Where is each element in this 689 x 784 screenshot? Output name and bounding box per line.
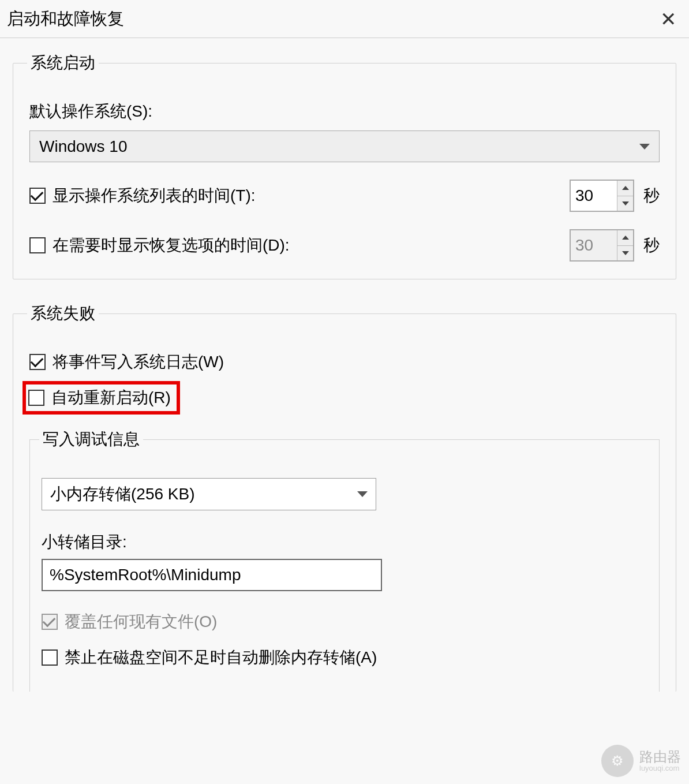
dialog-title: 启动和故障恢复 (7, 8, 124, 31)
checkbox-auto-restart[interactable] (28, 390, 44, 406)
watermark-main: 路由器 (639, 749, 681, 764)
chevron-down-icon (357, 491, 368, 497)
dialog-content: 系统启动 默认操作系统(S): Windows 10 显示操作系统列表的时间(T… (0, 38, 689, 692)
label-write-event: 将事件写入系统日志(W) (53, 351, 224, 373)
spinner-show-recovery (570, 229, 634, 262)
row-show-recovery: 在需要时显示恢复选项的时间(D): 秒 (29, 229, 660, 262)
label-overwrite: 覆盖任何现有文件(O) (65, 611, 217, 633)
select-default-os[interactable]: Windows 10 (29, 130, 660, 162)
legend-debug-info: 写入调试信息 (39, 428, 143, 450)
highlight-auto-restart: 自动重新启动(R) (23, 381, 180, 415)
row-show-os-list: 显示操作系统列表的时间(T): 秒 (29, 180, 660, 212)
spinner-down-icon[interactable] (617, 196, 633, 211)
label-auto-restart: 自动重新启动(R) (51, 387, 171, 409)
group-system-startup: 系统启动 默认操作系统(S): Windows 10 显示操作系统列表的时间(T… (13, 52, 676, 279)
row-no-auto-delete: 禁止在磁盘空间不足时自动删除内存转储(A) (42, 647, 647, 669)
row-auto-restart: 自动重新启动(R) (28, 387, 171, 409)
checkbox-overwrite (42, 614, 58, 630)
input-show-os-list-seconds[interactable] (571, 181, 617, 211)
group-system-failure: 系统失败 将事件写入系统日志(W) 自动重新启动(R) 写入调试信息 小内存转储… (13, 303, 676, 692)
title-bar: 启动和故障恢复 ✕ (0, 0, 689, 38)
chevron-down-icon (639, 144, 650, 150)
close-icon[interactable]: ✕ (656, 7, 681, 31)
select-dump-type-value: 小内存转储(256 KB) (50, 483, 195, 505)
group-debug-info: 写入调试信息 小内存转储(256 KB) 小转储目录: 覆盖任何现有文件(O) … (29, 428, 660, 692)
spinner-up-icon[interactable] (617, 181, 633, 196)
label-show-recovery: 在需要时显示恢复选项的时间(D): (53, 234, 290, 256)
select-dump-type[interactable]: 小内存转储(256 KB) (42, 478, 376, 510)
checkbox-write-event[interactable] (29, 354, 46, 370)
router-icon: ⚙ (601, 745, 634, 777)
select-default-os-value: Windows 10 (39, 137, 128, 156)
watermark-sub: luyouqi.com (639, 764, 681, 772)
spinner-show-os-list[interactable] (570, 180, 634, 212)
spinner-down-icon (617, 246, 633, 261)
checkbox-show-os-list[interactable] (29, 188, 46, 204)
spinner-up-icon (617, 230, 633, 246)
unit-seconds-2: 秒 (643, 234, 660, 256)
input-dump-dir[interactable] (42, 559, 382, 591)
input-show-recovery-seconds (571, 230, 617, 260)
unit-seconds-1: 秒 (643, 185, 660, 207)
checkbox-show-recovery[interactable] (29, 237, 46, 253)
checkbox-no-auto-delete[interactable] (42, 649, 58, 666)
label-no-auto-delete: 禁止在磁盘空间不足时自动删除内存转储(A) (65, 647, 377, 669)
label-default-os: 默认操作系统(S): (29, 100, 660, 122)
row-overwrite: 覆盖任何现有文件(O) (42, 611, 647, 633)
row-write-event: 将事件写入系统日志(W) (29, 351, 660, 373)
label-show-os-list: 显示操作系统列表的时间(T): (53, 185, 256, 207)
label-dump-dir: 小转储目录: (42, 531, 647, 553)
watermark: ⚙ 路由器 luyouqi.com (601, 745, 681, 777)
legend-system-failure: 系统失败 (27, 303, 99, 324)
legend-system-startup: 系统启动 (27, 52, 99, 74)
